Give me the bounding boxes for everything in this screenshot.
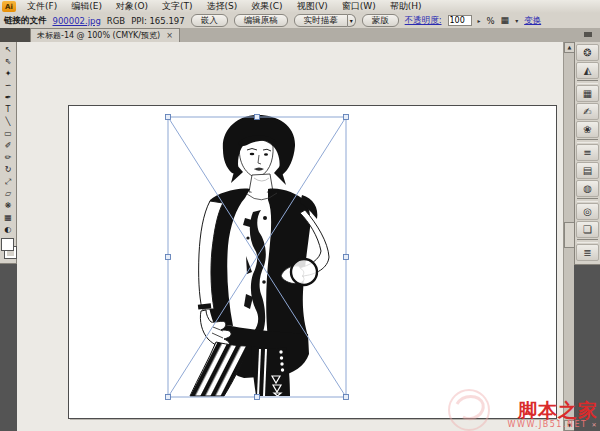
menu-item-type[interactable]: 文字(T): [155, 0, 200, 13]
panel-button-gradient-icon[interactable]: ▤: [576, 162, 599, 179]
panel-button-swatches-icon[interactable]: ▦: [576, 85, 599, 102]
rotate-tool-icon[interactable]: ↻: [1, 164, 16, 176]
site-watermark: 脚本之家 WWW.JB51.NET ✕: [508, 401, 598, 429]
pen-tool-icon[interactable]: ✒: [1, 92, 16, 104]
handle-middle-left: [166, 255, 171, 260]
handle-top-right: [344, 115, 349, 120]
transform-link[interactable]: 变换: [524, 15, 541, 27]
handle-middle-right: [344, 255, 349, 260]
handle-top-center: [255, 115, 260, 120]
dock-group-separator: [577, 139, 598, 143]
menu-item-effect[interactable]: 效果(C): [244, 0, 289, 13]
panel-button-color-guide-icon[interactable]: ◭: [576, 62, 599, 79]
document-tab[interactable]: 未标题-14 @ 100% (CMYK/预览) ×: [30, 28, 180, 42]
control-bar: 链接的文件 900002.jpg RGB PPI: 165.197 嵌入 编辑原…: [0, 13, 600, 29]
opacity-spinner-icon[interactable]: ▸: [478, 17, 481, 24]
line-segment-tool-icon[interactable]: ╲: [1, 116, 16, 128]
illustrator-window: Ai 文件(F)编辑(E)对象(O)文字(T)选择(S)效果(C)视图(V)窗口…: [0, 0, 600, 431]
live-trace-button[interactable]: 实时描摹: [294, 14, 348, 27]
watermark-title: 脚本之家: [508, 401, 598, 420]
document-title: 未标题-14 @ 100% (CMYK/预览): [37, 30, 160, 41]
dock-group-separator: [577, 80, 598, 84]
ppi-label: PPI: 165.197: [131, 16, 184, 26]
panel-button-graphic-styles-icon[interactable]: ❏: [576, 221, 599, 238]
watermark-close-icon: ✕: [591, 421, 598, 428]
recolor-dropdown-icon[interactable]: ▾: [515, 17, 518, 24]
file-name-link[interactable]: 900002.jpg: [53, 16, 101, 26]
live-trace-dropdown-icon[interactable]: ▾: [348, 14, 356, 27]
handle-top-left: [166, 115, 171, 120]
dock-group-separator: [577, 198, 598, 202]
panel-button-color-icon[interactable]: ❂: [576, 44, 599, 61]
toolbox-panel: ↖⇖✦∽✒T╲▭✐✏↻⤢▱❋▦◐: [0, 42, 17, 264]
handle-bottom-right: [344, 395, 349, 400]
menu-item-edit[interactable]: 编辑(E): [64, 0, 109, 13]
percent-label: %: [487, 16, 495, 26]
mask-button[interactable]: 蒙版: [362, 14, 399, 27]
menu-item-file[interactable]: 文件(F): [20, 0, 64, 13]
menu-item-view[interactable]: 视图(V): [290, 0, 335, 13]
menu-item-object[interactable]: 对象(O): [109, 0, 155, 13]
tab-bar-corner: [0, 28, 30, 42]
panel-button-stroke-icon[interactable]: ≡: [576, 144, 599, 161]
fill-stroke-swatches[interactable]: [1, 238, 16, 260]
panel-button-layers-icon[interactable]: ≣: [576, 244, 599, 261]
embed-button[interactable]: 嵌入: [191, 14, 228, 27]
dock-group-separator: [577, 239, 598, 243]
recolor-artwork-icon[interactable]: ▦: [501, 16, 510, 25]
menu-item-select[interactable]: 选择(S): [200, 0, 245, 13]
tab-close-icon[interactable]: ×: [166, 31, 173, 40]
linked-file-label: 链接的文件: [4, 15, 47, 27]
type-tool-icon[interactable]: T: [1, 104, 16, 116]
menu-item-help[interactable]: 帮助(H): [383, 0, 429, 13]
handle-bottom-left: [166, 395, 171, 400]
opacity-label[interactable]: 不透明度:: [405, 15, 442, 27]
gradient-tool-icon[interactable]: ◐: [1, 224, 16, 236]
lasso-tool-icon[interactable]: ∽: [1, 80, 16, 92]
edit-original-button[interactable]: 编辑原稿: [234, 14, 288, 27]
color-mode-label: RGB: [107, 16, 125, 26]
selection-tool-icon[interactable]: ↖: [1, 44, 16, 56]
app-logo-icon: Ai: [2, 1, 16, 12]
free-transform-tool-icon[interactable]: ▱: [1, 188, 16, 200]
watermark-url: WWW.JB51.NET ✕: [508, 421, 598, 429]
dock-menu-icon[interactable]: [584, 32, 592, 37]
scale-tool-icon[interactable]: ⤢: [1, 176, 16, 188]
symbol-sprayer-tool-icon[interactable]: ❋: [1, 200, 16, 212]
pencil-tool-icon[interactable]: ✏: [1, 152, 16, 164]
panel-button-appearance-icon[interactable]: ◎: [576, 203, 599, 220]
opacity-input[interactable]: [448, 15, 472, 26]
mesh-tool-icon[interactable]: ▦: [1, 212, 16, 224]
direct-selection-tool-icon[interactable]: ⇖: [1, 56, 16, 68]
canvas-surface[interactable]: [17, 42, 563, 431]
fill-swatch[interactable]: [1, 238, 14, 251]
toolbox-dock: ↖⇖✦∽✒T╲▭✐✏↻⤢▱❋▦◐: [0, 42, 17, 431]
panel-button-transparency-icon[interactable]: ◍: [576, 180, 599, 197]
panel-button-symbols-icon[interactable]: ❀: [576, 121, 599, 138]
tab-bar: 未标题-14 @ 100% (CMYK/预览) ×: [0, 28, 600, 43]
handle-bottom-center: [255, 395, 260, 400]
menu-bar: Ai 文件(F)编辑(E)对象(O)文字(T)选择(S)效果(C)视图(V)窗口…: [0, 0, 600, 14]
panel-dock: ❂◭▦✍❀≡▤◍◎❏≣: [574, 42, 600, 431]
rectangle-tool-icon[interactable]: ▭: [1, 128, 16, 140]
panel-button-brushes-icon[interactable]: ✍: [576, 103, 599, 120]
document-canvas[interactable]: [17, 42, 563, 431]
paintbrush-tool-icon[interactable]: ✐: [1, 140, 16, 152]
menu-item-window[interactable]: 窗口(W): [335, 0, 383, 13]
magic-wand-tool-icon[interactable]: ✦: [1, 68, 16, 80]
